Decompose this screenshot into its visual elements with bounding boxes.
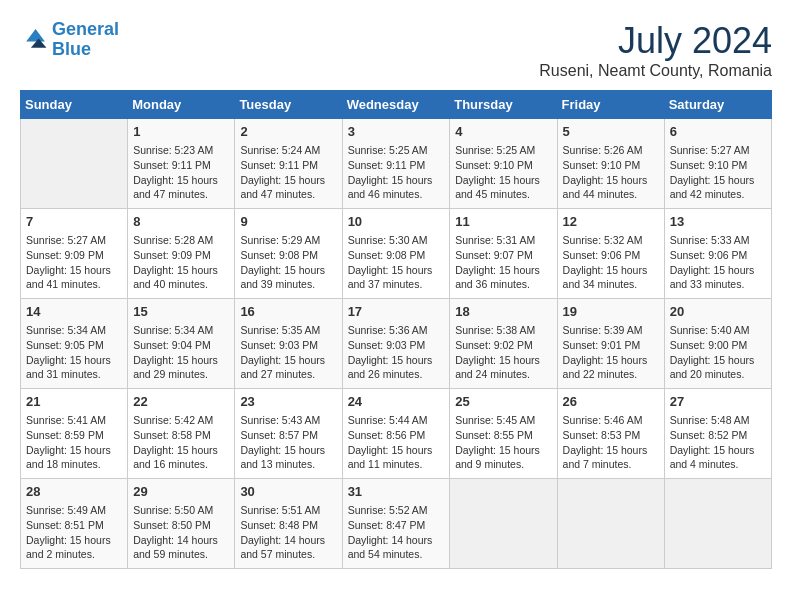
day-info: Sunrise: 5:32 AMSunset: 9:06 PMDaylight:… — [563, 233, 659, 292]
calendar-cell: 27Sunrise: 5:48 AMSunset: 8:52 PMDayligh… — [664, 389, 771, 479]
calendar-table: SundayMondayTuesdayWednesdayThursdayFrid… — [20, 90, 772, 569]
calendar-cell: 11Sunrise: 5:31 AMSunset: 9:07 PMDayligh… — [450, 209, 557, 299]
day-info: Sunrise: 5:39 AMSunset: 9:01 PMDaylight:… — [563, 323, 659, 382]
day-info: Sunrise: 5:49 AMSunset: 8:51 PMDaylight:… — [26, 503, 122, 562]
page-header: General Blue July 2024 Ruseni, Neamt Cou… — [20, 20, 772, 80]
day-number: 19 — [563, 303, 659, 321]
week-row-5: 28Sunrise: 5:49 AMSunset: 8:51 PMDayligh… — [21, 479, 772, 569]
day-number: 6 — [670, 123, 766, 141]
day-info: Sunrise: 5:44 AMSunset: 8:56 PMDaylight:… — [348, 413, 445, 472]
month-year: July 2024 — [539, 20, 772, 62]
day-info: Sunrise: 5:30 AMSunset: 9:08 PMDaylight:… — [348, 233, 445, 292]
day-number: 20 — [670, 303, 766, 321]
day-info: Sunrise: 5:45 AMSunset: 8:55 PMDaylight:… — [455, 413, 551, 472]
week-row-1: 1Sunrise: 5:23 AMSunset: 9:11 PMDaylight… — [21, 119, 772, 209]
calendar-cell: 7Sunrise: 5:27 AMSunset: 9:09 PMDaylight… — [21, 209, 128, 299]
day-info: Sunrise: 5:33 AMSunset: 9:06 PMDaylight:… — [670, 233, 766, 292]
day-number: 2 — [240, 123, 336, 141]
week-row-3: 14Sunrise: 5:34 AMSunset: 9:05 PMDayligh… — [21, 299, 772, 389]
calendar-cell: 31Sunrise: 5:52 AMSunset: 8:47 PMDayligh… — [342, 479, 450, 569]
day-number: 14 — [26, 303, 122, 321]
calendar-cell: 22Sunrise: 5:42 AMSunset: 8:58 PMDayligh… — [128, 389, 235, 479]
day-number: 3 — [348, 123, 445, 141]
day-info: Sunrise: 5:35 AMSunset: 9:03 PMDaylight:… — [240, 323, 336, 382]
logo-line1: General — [52, 19, 119, 39]
day-number: 31 — [348, 483, 445, 501]
day-number: 30 — [240, 483, 336, 501]
calendar-cell: 2Sunrise: 5:24 AMSunset: 9:11 PMDaylight… — [235, 119, 342, 209]
weekday-header-monday: Monday — [128, 91, 235, 119]
day-info: Sunrise: 5:26 AMSunset: 9:10 PMDaylight:… — [563, 143, 659, 202]
day-number: 15 — [133, 303, 229, 321]
logo-icon — [20, 26, 48, 54]
calendar-cell: 24Sunrise: 5:44 AMSunset: 8:56 PMDayligh… — [342, 389, 450, 479]
day-info: Sunrise: 5:46 AMSunset: 8:53 PMDaylight:… — [563, 413, 659, 472]
day-number: 17 — [348, 303, 445, 321]
weekday-header-sunday: Sunday — [21, 91, 128, 119]
day-info: Sunrise: 5:36 AMSunset: 9:03 PMDaylight:… — [348, 323, 445, 382]
calendar-cell: 9Sunrise: 5:29 AMSunset: 9:08 PMDaylight… — [235, 209, 342, 299]
logo: General Blue — [20, 20, 119, 60]
calendar-cell: 5Sunrise: 5:26 AMSunset: 9:10 PMDaylight… — [557, 119, 664, 209]
day-number: 11 — [455, 213, 551, 231]
day-info: Sunrise: 5:23 AMSunset: 9:11 PMDaylight:… — [133, 143, 229, 202]
calendar-cell: 14Sunrise: 5:34 AMSunset: 9:05 PMDayligh… — [21, 299, 128, 389]
calendar-cell: 19Sunrise: 5:39 AMSunset: 9:01 PMDayligh… — [557, 299, 664, 389]
location: Ruseni, Neamt County, Romania — [539, 62, 772, 80]
day-number: 27 — [670, 393, 766, 411]
calendar-cell: 1Sunrise: 5:23 AMSunset: 9:11 PMDaylight… — [128, 119, 235, 209]
day-info: Sunrise: 5:28 AMSunset: 9:09 PMDaylight:… — [133, 233, 229, 292]
week-row-2: 7Sunrise: 5:27 AMSunset: 9:09 PMDaylight… — [21, 209, 772, 299]
weekday-header-saturday: Saturday — [664, 91, 771, 119]
weekday-header-wednesday: Wednesday — [342, 91, 450, 119]
day-number: 7 — [26, 213, 122, 231]
logo-line2: Blue — [52, 39, 91, 59]
day-number: 26 — [563, 393, 659, 411]
title-block: July 2024 Ruseni, Neamt County, Romania — [539, 20, 772, 80]
day-info: Sunrise: 5:52 AMSunset: 8:47 PMDaylight:… — [348, 503, 445, 562]
day-info: Sunrise: 5:41 AMSunset: 8:59 PMDaylight:… — [26, 413, 122, 472]
day-info: Sunrise: 5:25 AMSunset: 9:10 PMDaylight:… — [455, 143, 551, 202]
day-number: 10 — [348, 213, 445, 231]
day-number: 4 — [455, 123, 551, 141]
calendar-cell: 6Sunrise: 5:27 AMSunset: 9:10 PMDaylight… — [664, 119, 771, 209]
calendar-cell — [450, 479, 557, 569]
weekday-header-friday: Friday — [557, 91, 664, 119]
day-info: Sunrise: 5:27 AMSunset: 9:10 PMDaylight:… — [670, 143, 766, 202]
day-info: Sunrise: 5:27 AMSunset: 9:09 PMDaylight:… — [26, 233, 122, 292]
day-number: 22 — [133, 393, 229, 411]
day-number: 16 — [240, 303, 336, 321]
calendar-cell: 25Sunrise: 5:45 AMSunset: 8:55 PMDayligh… — [450, 389, 557, 479]
calendar-cell: 17Sunrise: 5:36 AMSunset: 9:03 PMDayligh… — [342, 299, 450, 389]
day-number: 23 — [240, 393, 336, 411]
day-info: Sunrise: 5:48 AMSunset: 8:52 PMDaylight:… — [670, 413, 766, 472]
day-number: 9 — [240, 213, 336, 231]
day-info: Sunrise: 5:24 AMSunset: 9:11 PMDaylight:… — [240, 143, 336, 202]
calendar-cell: 26Sunrise: 5:46 AMSunset: 8:53 PMDayligh… — [557, 389, 664, 479]
calendar-cell: 16Sunrise: 5:35 AMSunset: 9:03 PMDayligh… — [235, 299, 342, 389]
calendar-cell: 28Sunrise: 5:49 AMSunset: 8:51 PMDayligh… — [21, 479, 128, 569]
day-number: 18 — [455, 303, 551, 321]
day-info: Sunrise: 5:31 AMSunset: 9:07 PMDaylight:… — [455, 233, 551, 292]
calendar-cell — [557, 479, 664, 569]
calendar-cell: 30Sunrise: 5:51 AMSunset: 8:48 PMDayligh… — [235, 479, 342, 569]
day-info: Sunrise: 5:42 AMSunset: 8:58 PMDaylight:… — [133, 413, 229, 472]
day-info: Sunrise: 5:25 AMSunset: 9:11 PMDaylight:… — [348, 143, 445, 202]
day-number: 21 — [26, 393, 122, 411]
day-number: 12 — [563, 213, 659, 231]
calendar-cell: 10Sunrise: 5:30 AMSunset: 9:08 PMDayligh… — [342, 209, 450, 299]
calendar-cell: 4Sunrise: 5:25 AMSunset: 9:10 PMDaylight… — [450, 119, 557, 209]
calendar-cell: 3Sunrise: 5:25 AMSunset: 9:11 PMDaylight… — [342, 119, 450, 209]
day-info: Sunrise: 5:34 AMSunset: 9:05 PMDaylight:… — [26, 323, 122, 382]
day-number: 25 — [455, 393, 551, 411]
calendar-cell: 18Sunrise: 5:38 AMSunset: 9:02 PMDayligh… — [450, 299, 557, 389]
day-info: Sunrise: 5:40 AMSunset: 9:00 PMDaylight:… — [670, 323, 766, 382]
calendar-cell — [664, 479, 771, 569]
calendar-cell: 13Sunrise: 5:33 AMSunset: 9:06 PMDayligh… — [664, 209, 771, 299]
weekday-header-thursday: Thursday — [450, 91, 557, 119]
day-number: 29 — [133, 483, 229, 501]
day-info: Sunrise: 5:50 AMSunset: 8:50 PMDaylight:… — [133, 503, 229, 562]
day-number: 24 — [348, 393, 445, 411]
calendar-cell: 21Sunrise: 5:41 AMSunset: 8:59 PMDayligh… — [21, 389, 128, 479]
week-row-4: 21Sunrise: 5:41 AMSunset: 8:59 PMDayligh… — [21, 389, 772, 479]
